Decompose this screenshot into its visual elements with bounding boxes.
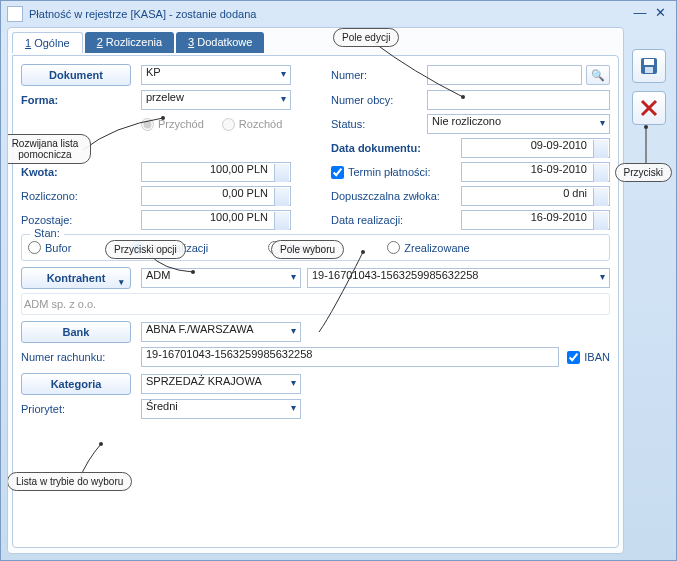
rozliczono-label: Rozliczono: [21, 190, 141, 202]
svg-point-2 [191, 270, 195, 274]
datareal-label: Data realizacji: [331, 214, 461, 226]
disk-icon [639, 56, 659, 76]
iban-checkbox[interactable]: IBAN [567, 351, 610, 364]
svg-point-0 [461, 95, 465, 99]
pozostaje-input[interactable]: 100,00 PLN [141, 210, 291, 230]
kwota-label: Kwota: [21, 166, 141, 178]
stan-bufor-radio[interactable]: Bufor [28, 241, 71, 254]
status-label: Status: [331, 118, 427, 130]
numerrach-input[interactable]: 19-16701043-1563259985632258 [141, 347, 559, 367]
window-title: Płatność w rejestrze [KASA] - zostanie d… [29, 8, 630, 20]
annot-pole-wyboru: Pole wyboru [271, 240, 344, 259]
datareal-input[interactable]: 16-09-2010 [461, 210, 610, 230]
priorytet-combo[interactable]: Średni [141, 399, 301, 419]
annot-pole-edycji: Pole edycji [333, 28, 399, 47]
tab-rozliczenia[interactable]: 2 Rozliczenia [85, 32, 174, 53]
kategoria-button[interactable]: Kategoria [21, 373, 131, 395]
svg-rect-6 [644, 59, 654, 65]
window-icon [7, 6, 23, 22]
tabs: 1 Ogólne 2 Rozliczenia 3 Dodatkowe [12, 32, 619, 53]
stan-zreal-radio[interactable]: Zrealizowane [387, 241, 469, 254]
rozliczono-input[interactable]: 0,00 PLN [141, 186, 291, 206]
search-icon: 🔍 [591, 69, 605, 82]
termin-input[interactable]: 16-09-2010 [461, 162, 610, 182]
zwloka-input[interactable]: 0 dni [461, 186, 610, 206]
kontrahent-button[interactable]: Kontrahent▾ [21, 267, 131, 289]
annot-przyciski-opcji: Przyciski opcji [105, 240, 186, 259]
status-combo[interactable]: Nie rozliczono [427, 114, 610, 134]
bank-button[interactable]: Bank [21, 321, 131, 343]
zwloka-label: Dopuszczalna zwłoka: [331, 190, 461, 202]
tab-ogolne[interactable]: 1 Ogólne [12, 32, 83, 53]
client-area: 1 Ogólne 2 Rozliczenia 3 Dodatkowe Dokum… [7, 27, 624, 554]
datadok-label: Data dokumentu: [331, 142, 461, 154]
pozostaje-label: Pozostaje: [21, 214, 141, 226]
app-window: Płatność w rejestrze [KASA] - zostanie d… [0, 0, 677, 561]
numer-search-button[interactable]: 🔍 [586, 65, 610, 85]
tab-body: Dokument KP Numer: 🔍 Forma: przelew Nume… [12, 55, 619, 548]
svg-rect-7 [645, 67, 653, 73]
annot-rozw-lista: Rozwijana lista pomocnicza [7, 134, 91, 164]
datadok-input[interactable]: 09-09-2010 [461, 138, 610, 158]
dokument-button[interactable]: Dokument [21, 64, 131, 86]
forma-combo[interactable]: przelew [141, 90, 291, 110]
termin-checkbox[interactable]: Termin płatności: [331, 166, 461, 179]
rozchod-radio: Rozchód [222, 118, 282, 131]
svg-point-1 [161, 116, 165, 120]
annot-przyciski: Przyciski [615, 163, 672, 182]
dokument-combo[interactable]: KP [141, 65, 291, 85]
save-button[interactable] [632, 49, 666, 83]
stan-legend: Stan: [30, 227, 64, 239]
kontrahent-name: ADM sp. z o.o. [21, 293, 610, 315]
numerrach-label: Numer rachunku: [21, 351, 141, 363]
annot-lista-tryb: Lista w trybie do wyboru [7, 472, 132, 491]
svg-point-3 [361, 250, 365, 254]
close-button[interactable]: ✕ [650, 5, 670, 23]
kategoria-combo[interactable]: SPRZEDAŻ KRAJOWA [141, 374, 301, 394]
forma-label: Forma: [21, 94, 141, 106]
minimize-button[interactable]: — [630, 5, 650, 23]
tab-dodatkowe[interactable]: 3 Dodatkowe [176, 32, 264, 53]
bank-combo[interactable]: ABNA F./WARSZAWA [141, 322, 301, 342]
sidebar-buttons [632, 49, 666, 125]
titlebar: Płatność w rejestrze [KASA] - zostanie d… [1, 1, 676, 27]
priorytet-label: Priorytet: [21, 403, 141, 415]
svg-point-4 [99, 442, 103, 446]
cancel-button[interactable] [632, 91, 666, 125]
kwota-input[interactable]: 100,00 PLN [141, 162, 291, 182]
close-icon [640, 99, 658, 117]
svg-point-8 [644, 125, 648, 129]
